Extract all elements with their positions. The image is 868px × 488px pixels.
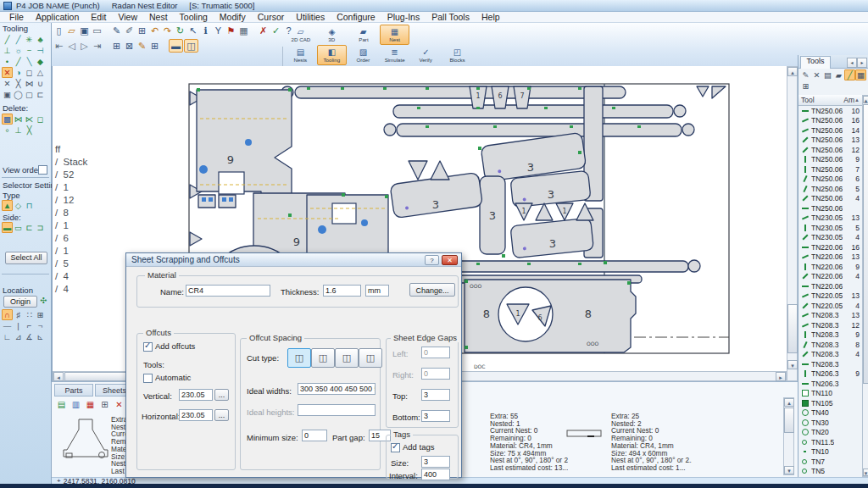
tool-row[interactable]: TN20 (798, 428, 862, 438)
location-snap-icon[interactable]: ∩ (2, 309, 13, 320)
dialog-title-bar[interactable]: Sheet Scrapping and Offcuts (126, 253, 461, 267)
origin-snap-icon[interactable]: ✣ (38, 295, 49, 306)
tool-row[interactable]: TN250.06 12 (798, 145, 862, 155)
prev-icon[interactable]: ◁ (65, 40, 78, 52)
tool-row[interactable]: TN230.05 4 (798, 233, 862, 243)
info-icon[interactable]: ℹ (199, 25, 212, 36)
scroll-up-icon[interactable]: ▴ (784, 398, 794, 407)
edit-tool-icon[interactable]: ✎ (800, 69, 811, 80)
dialog-help-button[interactable]: ? (425, 255, 439, 265)
material-name-field[interactable]: CR4 (186, 285, 270, 297)
menu-item[interactable]: Application (30, 12, 85, 22)
part-thumbnail[interactable] (60, 416, 111, 465)
menu-item[interactable]: Pall Tools (426, 12, 476, 22)
ideal-widths-field[interactable]: 300 350 400 450 500 550 600 650 7 (298, 383, 376, 395)
col-amount[interactable]: Am (843, 96, 854, 104)
origin-button[interactable]: Origin (3, 296, 37, 308)
tooling-tool-icon[interactable]: ╲ (24, 56, 35, 67)
tool-row[interactable]: TN250.06 10 (798, 106, 862, 116)
tools-table-header[interactable]: Tool Am ▲ (798, 95, 862, 106)
vscroll-thumb[interactable] (787, 304, 798, 353)
menu-item[interactable]: Utilities (290, 12, 331, 22)
tool-row[interactable]: TN208.3 12 (798, 320, 862, 330)
delete-mode-icon[interactable]: ▩ (2, 114, 13, 125)
menu-item[interactable]: Plug-Ins (381, 12, 426, 22)
location-snap-icon[interactable]: ⊿ (13, 331, 24, 342)
location-snap-icon[interactable]: ∟ (2, 331, 13, 342)
menu-item[interactable]: File (3, 12, 30, 22)
edge-top-field[interactable]: 3 (421, 389, 450, 401)
copy-tool-icon[interactable]: ⊞ (800, 80, 811, 92)
tooling-tool-icon[interactable]: ▢ (24, 89, 35, 100)
tool-row[interactable]: TN230.05 5 (798, 223, 862, 233)
menu-item[interactable]: Nest (143, 12, 174, 22)
delete-mode-icon[interactable]: ╳ (24, 125, 35, 136)
parts-vscrollbar[interactable]: ▴ ▾ (783, 397, 794, 475)
next-icon[interactable]: ▷ (78, 40, 91, 52)
thickness-field[interactable]: 1.6 (323, 285, 361, 297)
scroll-left-icon[interactable]: ◂ (53, 372, 64, 381)
side-option-icon[interactable]: ⊐ (35, 222, 46, 233)
tooling-tool-icon[interactable]: ⊥ (2, 45, 13, 56)
tools-vscrollbar[interactable]: ▴ ▾ (862, 95, 868, 477)
side-option-icon[interactable]: ▬ (2, 222, 13, 233)
delete-mode-icon[interactable]: ⋉ (24, 114, 35, 125)
tool-row[interactable]: TN220.05 4 (798, 301, 862, 311)
tooling-tool-icon[interactable]: ✕ (2, 78, 13, 89)
cut-type-button-3[interactable]: ◫ (335, 348, 359, 368)
side-option-icon[interactable]: ⊏ (24, 222, 35, 233)
layout-v-icon[interactable]: ◫ (184, 39, 198, 53)
menu-item[interactable]: Configure (331, 12, 381, 22)
copy-part-icon[interactable]: ⊞ (99, 399, 110, 410)
scroll-down-icon[interactable]: ▾ (784, 466, 794, 474)
filter-icon[interactable]: Y (212, 25, 225, 36)
tool-row[interactable]: TN110 (798, 389, 862, 399)
refresh-icon[interactable]: ↻ (174, 25, 186, 36)
tool-row[interactable]: TN250.06 5 (798, 184, 862, 194)
delete-mode-icon[interactable]: ∘ (2, 125, 13, 136)
scroll-up-icon[interactable]: ▴ (787, 67, 798, 76)
tool-row[interactable]: TN206.3 9 (798, 369, 862, 380)
add-tags-checkbox[interactable] (391, 443, 400, 452)
mode-button[interactable]: ▱ 2D CAD (286, 25, 315, 45)
mode-button[interactable]: ▨ Order (348, 45, 378, 65)
tool-row[interactable]: TN206.3 (798, 379, 862, 389)
mode-button[interactable]: ▰ Part (348, 25, 378, 45)
tag-interval-field[interactable]: 400 (421, 469, 450, 480)
vertical-browse-button[interactable]: ... (214, 389, 229, 401)
tool-row[interactable]: TN250.06 7 (798, 164, 862, 175)
tooling-tool-icon[interactable]: ◑ (13, 67, 24, 78)
tooling-tool-icon[interactable]: ◻ (24, 67, 35, 78)
washer-part[interactable] (674, 105, 686, 117)
location-snap-icon[interactable]: ⌐ (24, 320, 35, 331)
type-option-icon[interactable]: ⊓ (24, 200, 35, 211)
tooling-tool-icon[interactable]: ╱ (13, 56, 24, 67)
tool-row[interactable]: TN220.06 16 (798, 242, 862, 252)
location-snap-icon[interactable]: ⊞ (35, 309, 46, 320)
tool-row[interactable]: TN220.06 4 (798, 272, 862, 282)
tooling-tool-icon[interactable]: • (2, 56, 13, 67)
tooling-tool-icon[interactable]: ◆ (35, 56, 46, 67)
table-x-icon[interactable]: ⊠ (123, 40, 136, 52)
tool-table-icon[interactable]: ▦ (855, 69, 866, 80)
vertical-tool-field[interactable]: 230.05 (179, 389, 213, 401)
horizontal-tool-field[interactable]: 230.05 (179, 409, 213, 421)
load-tool-icon[interactable]: ▤ (822, 69, 833, 80)
tooling-tool-icon[interactable]: ✳ (24, 34, 35, 45)
washer-part[interactable] (384, 124, 396, 136)
tool-row[interactable]: TN7 (798, 457, 862, 467)
menu-item[interactable]: Tooling (174, 12, 214, 22)
tooling-tool-icon[interactable]: ╱ (2, 34, 13, 45)
change-material-button[interactable]: Change... (409, 283, 455, 297)
delete-part-icon[interactable]: ✕ (114, 399, 125, 410)
scroll-down-icon[interactable]: ▾ (787, 360, 798, 369)
tooling-tool-icon[interactable]: ⋈ (24, 78, 35, 89)
tool-row[interactable]: TN250.06 6 (798, 175, 862, 185)
mode-button[interactable]: ◈ 3D (317, 25, 347, 45)
marker-icon[interactable]: ✐ (123, 25, 136, 36)
vscroll-thumb[interactable] (784, 408, 794, 433)
tool-row[interactable]: TN208.3 9 (798, 330, 862, 341)
pick-icon[interactable]: ↖ (186, 25, 199, 36)
location-snap-icon[interactable]: ∷ (24, 309, 35, 320)
tool-row[interactable]: TN208.3 4 (798, 350, 862, 360)
